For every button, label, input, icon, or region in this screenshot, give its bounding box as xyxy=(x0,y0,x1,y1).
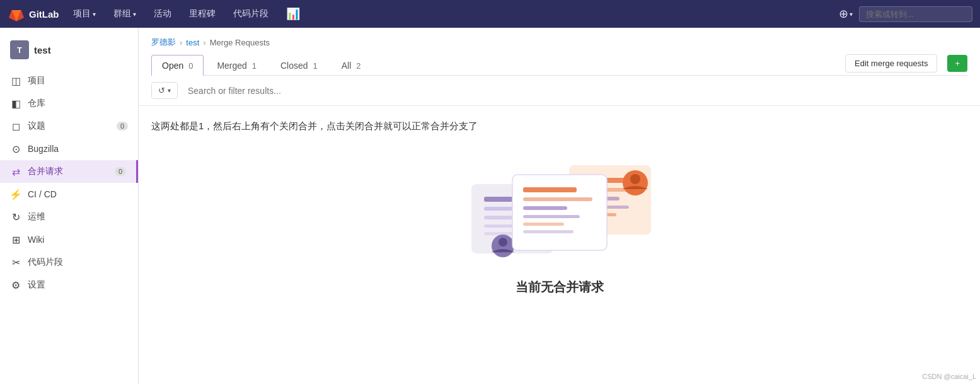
nav-chart[interactable]: 📊 xyxy=(282,4,304,23)
breadcrumb-project[interactable]: test xyxy=(186,38,199,47)
nav-snippets[interactable]: 代码片段 xyxy=(229,6,272,22)
snippets-icon: ✂ xyxy=(10,257,21,268)
operations-icon: ↻ xyxy=(10,211,21,223)
nav-milestones-label: 里程碑 xyxy=(189,8,216,20)
nav-activity-label: 活动 xyxy=(154,8,171,20)
settings-icon: ⚙ xyxy=(10,279,21,291)
add-button[interactable]: ⊕ ▾ xyxy=(839,7,853,21)
info-text: 这两处都是1，然后右上角有个关闭合并，点击关闭合并就可以正常合并分支了 xyxy=(151,119,967,134)
breadcrumb-sep-2: › xyxy=(203,38,205,47)
nav-activity[interactable]: 活动 xyxy=(150,6,175,22)
filter-input[interactable] xyxy=(183,83,967,98)
sidebar-item-label: 仓库 xyxy=(28,98,45,109)
main-layout: T test ◫ 项目 ◧ 仓库 ◻ 议题 0 ⊙ Bugzilla ⇄ 合并请… xyxy=(0,28,980,384)
svg-rect-16 xyxy=(512,175,607,250)
merge-requests-badge: 0 xyxy=(115,167,126,176)
watermark: CSDN @caicai_L xyxy=(922,373,976,380)
sidebar-user: T test xyxy=(0,34,138,69)
tab-merged[interactable]: Merged 1 xyxy=(206,55,267,76)
chevron-down-icon: ▾ xyxy=(133,11,136,18)
filter-bar: ↺ ▾ xyxy=(139,76,980,106)
sidebar-item-label: 议题 xyxy=(28,120,45,132)
sidebar-item-projects[interactable]: ◫ 项目 xyxy=(0,69,138,92)
sidebar-item-settings[interactable]: ⚙ 设置 xyxy=(0,274,138,296)
sidebar-item-repository[interactable]: ◧ 仓库 xyxy=(0,92,138,115)
chart-icon: 📊 xyxy=(286,7,300,21)
svg-rect-22 xyxy=(523,230,574,233)
breadcrumb: 罗德影 › test › Merge Requests xyxy=(139,28,980,48)
sidebar-item-merge-requests[interactable]: ⇄ 合并请求 0 xyxy=(0,160,138,183)
top-navigation: GitLab 项目 ▾ 群组 ▾ 活动 里程碑 代码片段 📊 ⊕ ▾ xyxy=(0,0,980,28)
wiki-icon: ⊞ xyxy=(10,234,21,245)
sidebar-item-label: 设置 xyxy=(28,279,45,291)
breadcrumb-current: Merge Requests xyxy=(210,38,270,47)
search-input[interactable] xyxy=(859,6,972,22)
svg-rect-19 xyxy=(523,206,567,210)
nav-milestones[interactable]: 里程碑 xyxy=(185,6,219,22)
sidebar-item-label: 合并请求 xyxy=(28,166,63,177)
plus-icon: ⊕ xyxy=(839,7,848,21)
sidebar-item-cicd[interactable]: ⚡ CI / CD xyxy=(0,183,138,206)
bugzilla-icon: ⊙ xyxy=(10,143,21,154)
projects-icon: ◫ xyxy=(10,75,21,86)
svg-rect-18 xyxy=(523,197,592,201)
tab-all-count: 2 xyxy=(356,61,360,71)
nav-groups-label: 群组 xyxy=(113,8,131,20)
empty-state: 当前无合并请求 xyxy=(151,146,967,296)
issues-icon: ◻ xyxy=(10,120,21,132)
svg-point-15 xyxy=(630,174,640,184)
sidebar-item-wiki[interactable]: ⊞ Wiki xyxy=(0,228,138,251)
sidebar-item-operations[interactable]: ↻ 运维 xyxy=(0,206,138,228)
sidebar-item-label: Wiki xyxy=(28,235,44,245)
breadcrumb-sep-1: › xyxy=(180,38,182,47)
sidebar-item-label: 运维 xyxy=(28,211,45,223)
avatar: T xyxy=(10,40,29,59)
nav-snippets-label: 代码片段 xyxy=(233,8,268,20)
tab-open[interactable]: Open 0 xyxy=(151,55,204,76)
repository-icon: ◧ xyxy=(10,98,21,109)
sidebar-item-snippets[interactable]: ✂ 代码片段 xyxy=(0,251,138,274)
tab-all[interactable]: All 2 xyxy=(331,55,372,76)
sidebar-item-label: 代码片段 xyxy=(28,257,63,268)
tab-open-count: 0 xyxy=(188,61,193,71)
tab-open-label: Open xyxy=(162,61,183,71)
tab-closed-count: 1 xyxy=(313,61,317,71)
nav-right: ⊕ ▾ xyxy=(839,6,972,22)
cicd-icon: ⚡ xyxy=(10,189,21,200)
sidebar-item-label: 项目 xyxy=(28,75,45,86)
tab-closed[interactable]: Closed 1 xyxy=(270,55,328,76)
main-content: 罗德影 › test › Merge Requests Open 0 Merge… xyxy=(139,28,980,384)
chevron-down-icon: ▾ xyxy=(93,11,96,18)
tab-merged-count: 1 xyxy=(252,61,257,71)
sidebar-item-issues[interactable]: ◻ 议题 0 xyxy=(0,115,138,137)
gitlab-logo-text: GitLab xyxy=(29,9,59,20)
edit-merge-requests-button[interactable]: Edit merge requests xyxy=(845,54,937,73)
tab-merged-label: Merged xyxy=(217,61,246,71)
sidebar-item-bugzilla[interactable]: ⊙ Bugzilla xyxy=(0,137,138,160)
history-icon: ↺ xyxy=(158,86,165,95)
breadcrumb-user[interactable]: 罗德影 xyxy=(151,37,176,48)
chevron-down-icon: ▾ xyxy=(850,11,853,18)
gitlab-logo[interactable]: GitLab xyxy=(8,5,59,23)
nav-groups[interactable]: 群组 ▾ xyxy=(110,6,140,22)
svg-rect-20 xyxy=(523,215,580,218)
svg-rect-21 xyxy=(523,223,564,226)
filter-history-button[interactable]: ↺ ▾ xyxy=(151,82,178,99)
sidebar-item-label: Bugzilla xyxy=(28,144,59,154)
issues-badge: 0 xyxy=(117,122,128,131)
sidebar-item-label: CI / CD xyxy=(28,189,57,199)
merge-requests-icon: ⇄ xyxy=(10,166,21,177)
nav-projects-label: 项目 xyxy=(73,8,91,20)
tab-all-label: All xyxy=(342,61,352,71)
new-merge-request-button[interactable]: + xyxy=(947,55,967,72)
sidebar: T test ◫ 项目 ◧ 仓库 ◻ 议题 0 ⊙ Bugzilla ⇄ 合并请… xyxy=(0,28,139,384)
username: test xyxy=(34,45,51,55)
tab-closed-label: Closed xyxy=(280,61,308,71)
chevron-down-icon: ▾ xyxy=(168,87,171,94)
avatar-initials: T xyxy=(17,45,22,55)
content-area: 这两处都是1，然后右上角有个关闭合并，点击关闭合并就可以正常合并分支了 xyxy=(139,106,980,308)
empty-illustration xyxy=(453,146,667,272)
nav-projects[interactable]: 项目 ▾ xyxy=(69,6,100,22)
empty-state-title: 当前无合并请求 xyxy=(516,279,604,296)
svg-point-7 xyxy=(499,238,507,247)
